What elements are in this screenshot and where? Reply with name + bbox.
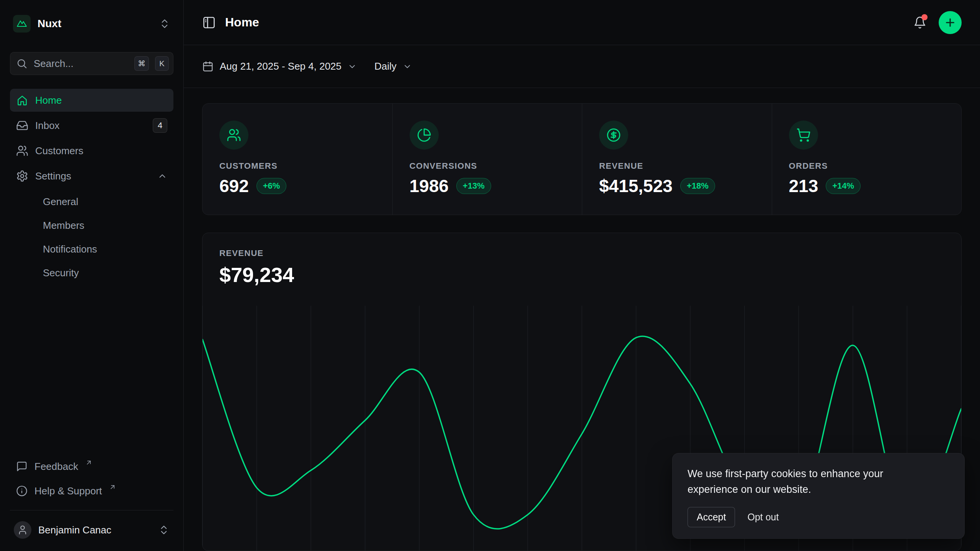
users-icon (219, 121, 248, 150)
stat-delta-badge: +14% (826, 178, 861, 194)
add-button[interactable] (939, 11, 962, 34)
header-actions (913, 11, 962, 34)
plus-icon (944, 16, 956, 29)
sidebar-item-label: Inbox (35, 120, 60, 132)
sidebar-item-customers[interactable]: Customers (10, 139, 173, 162)
stat-card-revenue: REVENUE $415,523 +18% (582, 104, 772, 215)
cookie-accept-button[interactable]: Accept (688, 507, 735, 527)
stat-value: 1986 (410, 176, 449, 196)
submenu-label: General (43, 196, 78, 208)
workspace-switcher[interactable]: Nuxt (10, 11, 173, 36)
sidebar-item-label: Customers (35, 145, 83, 157)
stat-value: 213 (789, 176, 818, 196)
external-link-icon (109, 483, 116, 491)
stat-delta-badge: +13% (456, 178, 491, 194)
sidebar: Nuxt ⌘ K Home Inbox 4 Customers (0, 0, 184, 551)
stat-delta-badge: +18% (680, 178, 715, 194)
inbox-count-badge: 4 (153, 118, 167, 133)
sidebar-nav: Home Inbox 4 Customers Settings General … (10, 89, 173, 284)
info-circle-icon (16, 485, 28, 497)
sidebar-item-settings[interactable]: Settings (10, 165, 173, 187)
kbd-command: ⌘ (134, 56, 149, 71)
user-section: Benjamin Canac (10, 510, 173, 543)
users-icon (16, 145, 28, 157)
sidebar-item-inbox[interactable]: Inbox 4 (10, 114, 173, 137)
calendar-icon (202, 61, 214, 72)
brand-name: Nuxt (38, 18, 61, 30)
stat-label: CONVERSIONS (410, 161, 565, 171)
sidebar-item-members[interactable]: Members (10, 214, 173, 236)
cookie-actions: Accept Opt out (688, 507, 949, 527)
user-name: Benjamin Canac (38, 524, 111, 536)
avatar (14, 521, 31, 539)
revenue-card-header: REVENUE $79,234 (203, 233, 961, 287)
footer-link-label: Feedback (34, 461, 78, 473)
submenu-label: Security (43, 267, 79, 279)
stat-value: 692 (219, 176, 249, 196)
stat-delta-badge: +6% (256, 178, 287, 194)
pie-chart-icon (410, 121, 439, 150)
sidebar-toggle-button[interactable] (202, 16, 216, 29)
sidebar-item-general[interactable]: General (10, 191, 173, 213)
sidebar-item-notifications[interactable]: Notifications (10, 238, 173, 260)
cookie-banner: We use first-party cookies to enhance yo… (672, 453, 965, 539)
search-box[interactable]: ⌘ K (10, 52, 173, 75)
chevrons-up-down-icon (158, 524, 170, 536)
external-link-icon (85, 459, 93, 466)
period-value: Daily (374, 60, 397, 72)
submenu-label: Notifications (43, 243, 97, 255)
revenue-card-value: $79,234 (219, 263, 944, 287)
filters-toolbar: Aug 21, 2025 - Sep 4, 2025 Daily (184, 45, 980, 88)
stat-card-conversions: CONVERSIONS 1986 +13% (392, 104, 582, 215)
revenue-card-label: REVENUE (219, 248, 944, 258)
circle-dollar-icon (599, 121, 628, 150)
help-support-link[interactable]: Help & Support (10, 480, 173, 502)
sidebar-item-security[interactable]: Security (10, 262, 173, 284)
stat-card-orders: ORDERS 213 +14% (772, 104, 962, 215)
chevron-down-icon (403, 62, 412, 71)
user-menu-button[interactable]: Benjamin Canac (10, 517, 173, 543)
submenu-label: Members (43, 220, 84, 231)
stat-label: ORDERS (789, 161, 945, 171)
period-select[interactable]: Daily (374, 60, 412, 72)
person-icon (17, 525, 28, 535)
stats-card: CUSTOMERS 692 +6% CONVERSIONS 1986 +13% (202, 103, 962, 215)
cookie-message: We use first-party cookies to enhance yo… (688, 466, 917, 497)
footer-link-label: Help & Support (34, 485, 102, 497)
notification-dot (921, 14, 928, 20)
top-header: Home (184, 0, 980, 45)
notifications-button[interactable] (913, 16, 926, 29)
chevrons-up-down-icon (159, 18, 170, 29)
message-bubble-icon (16, 461, 28, 472)
stat-value: $415,523 (599, 176, 673, 196)
inbox-icon (16, 119, 28, 132)
date-range-picker[interactable]: Aug 21, 2025 - Sep 4, 2025 (202, 60, 357, 72)
settings-submenu: General Members Notifications Security (10, 191, 173, 284)
sidebar-item-home[interactable]: Home (10, 89, 173, 112)
kbd-k: K (155, 56, 169, 71)
nuxt-logo (13, 15, 31, 33)
gear-icon (16, 170, 28, 182)
page-title: Home (225, 15, 259, 29)
date-range-value: Aug 21, 2025 - Sep 4, 2025 (220, 60, 341, 72)
home-icon (16, 94, 28, 106)
chevron-up-icon (157, 171, 167, 181)
chevron-down-icon (348, 62, 357, 71)
panel-left-icon (202, 16, 216, 29)
sidebar-item-label: Home (35, 95, 62, 106)
stat-label: REVENUE (599, 161, 755, 171)
stat-label: CUSTOMERS (219, 161, 376, 171)
search-input[interactable] (34, 58, 128, 70)
stat-card-customers: CUSTOMERS 692 +6% (203, 104, 392, 215)
sidebar-item-label: Settings (35, 170, 71, 182)
cookie-opt-out-button[interactable]: Opt out (747, 512, 779, 523)
search-icon (16, 58, 28, 69)
sidebar-spacer (10, 284, 173, 456)
sidebar-footer: Feedback Help & Support (10, 456, 173, 502)
shopping-cart-icon (789, 121, 818, 150)
feedback-link[interactable]: Feedback (10, 456, 173, 477)
